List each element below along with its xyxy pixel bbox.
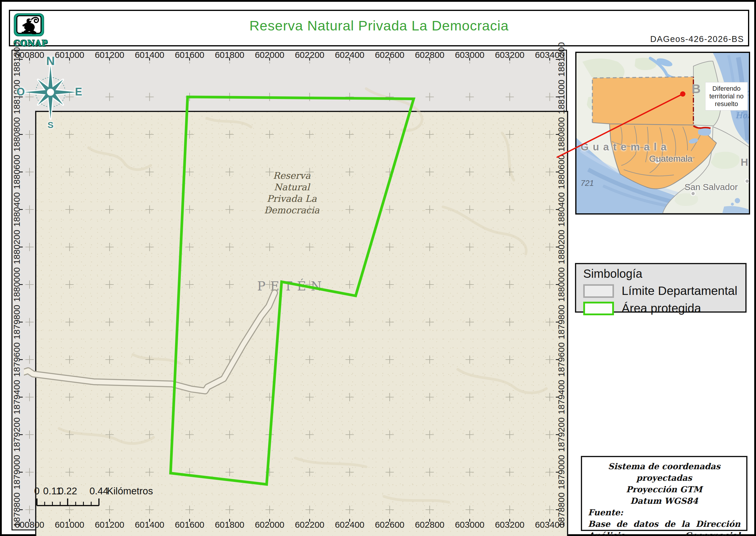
axis-label: 1880200 [556,226,566,268]
compass-east: E [75,86,82,98]
callout-line: territorial no [707,92,746,100]
axis-label: 602000 [249,520,290,530]
axis-label: 1879200 [556,414,566,455]
axis-label: 603000 [449,50,490,60]
axis-label: 1880000 [556,264,566,305]
reserve-name-label: Reserva Natural Privada La Democracia [256,170,327,216]
scale-bar-ticks [30,486,189,509]
reserve-label-line: Reserva [256,170,327,182]
projection-line: Proyección GTM [588,484,740,495]
compass-west: O [16,86,25,98]
callout-line: Diferendo [707,85,746,92]
source-label: Fuente: [588,507,740,518]
callout-line: resuelto [707,100,746,108]
axis-label: 602000 [249,50,290,60]
honduras-terrain [711,151,740,169]
projection-line: Datum WGS84 [588,495,740,507]
axis-label: 1879800 [12,301,22,343]
axis-label: 603000 [449,520,490,530]
axis-label: 1879600 [556,339,566,380]
axis-label: 1879000 [12,452,22,493]
compass-north: N [17,54,84,68]
inset-location-map: Guatemala Guatemala San Salvador Hondura… [575,52,750,215]
legend-item-label: Área protegida [622,301,701,315]
axis-label: 1880600 [12,151,22,193]
axis-label: 602600 [369,520,410,530]
mexico-lake [656,57,673,68]
compass-south: S [17,120,84,130]
axis-label: 1880800 [556,114,566,155]
axis-label: 602200 [289,50,331,60]
inset-road-number: 721 [581,179,594,188]
source-line: Base de datos de la Dirección Análisis G… [588,518,740,536]
header: CONAP Reserva Natural Privada La Democra… [9,10,749,47]
axis-label: 1880600 [556,151,566,193]
axis-label: 602200 [289,520,331,530]
axis-label: 601200 [89,520,130,530]
page-title: Reserva Natural Privada La Democracia [10,17,748,34]
department-label: PETÉN [247,279,336,293]
axis-label: 602400 [329,50,370,60]
reserve-label-line: Privada La [256,193,327,205]
legend-title: Simbología [583,267,745,281]
axis-label: 603200 [489,50,530,60]
legend-item-protected-area: Área protegida [583,301,745,315]
san-salvador-dot [691,191,695,196]
compass-rose-icon: N S E O [17,56,84,128]
axis-label: 1881000 [556,76,566,117]
axis-label: 601800 [209,50,250,60]
axis-label: 1879000 [556,452,566,493]
axis-label: 601000 [49,520,90,530]
axis-label: 1879800 [556,301,566,343]
axis-label: 602800 [409,50,450,60]
reserve-label-line: Natural [256,182,327,193]
axis-label: 602400 [329,520,370,530]
inset-gulf-label: Honduras [735,111,750,120]
axis-label: 1881200 [556,39,566,80]
axis-label: 1878800 [556,489,566,530]
fonseca-island [735,198,740,203]
inset-belize-label: B [692,82,701,96]
inset-country-label: Guatemala [581,141,671,153]
axis-label: 1880400 [556,189,566,230]
diferendo-callout: Diferendo territorial no resuelto [705,82,748,111]
document-code: DAGeos-426-2026-BS [650,34,744,44]
reserve-label-line: Democracia [256,205,327,216]
axis-label: 601800 [209,520,250,530]
map-info-box: Sistema de coordenadas proyectadas Proye… [581,456,747,531]
axis-label: 602800 [409,520,450,530]
inset-capital-label: Guatemala [649,154,693,164]
axis-label: 601400 [129,520,171,530]
axis-label: 1880200 [12,226,22,268]
scale-bar: 0 0.11 0.22 0.44 Kilómetros [30,486,189,509]
map-sheet: CONAP Reserva Natural Privada La Democra… [0,0,756,536]
axis-label: 1879400 [12,377,22,418]
fonseca-island [731,203,734,206]
axis-label: 1880400 [12,189,22,230]
inset-honduras-label: Honduras [740,156,750,168]
axis-label: 601600 [169,520,210,530]
city-dot [745,179,749,183]
protected-area-swatch [583,302,614,315]
peten-shape [592,77,693,125]
axis-label: 601200 [89,50,130,60]
axis-label: 601400 [129,50,171,60]
axis-label: 601600 [169,50,210,60]
department-boundary-swatch [583,284,614,298]
axis-label: 603200 [489,520,530,530]
axis-label: 602600 [369,50,410,60]
axis-label: 1880000 [12,264,22,305]
axis-label: 1879600 [12,339,22,380]
legend: Simbología Límite Departamental Área pro… [575,263,746,313]
inset-san-salvador-label: San Salvador [684,182,738,192]
legend-item-departmental-boundary: Límite Departamental [583,284,745,298]
axis-label: 1879200 [12,414,22,455]
legend-item-label: Límite Departamental [622,284,738,298]
projection-line: Sistema de coordenadas proyectadas [588,461,740,484]
axis-label: 1878800 [12,489,22,530]
axis-label: 1879400 [556,377,566,418]
